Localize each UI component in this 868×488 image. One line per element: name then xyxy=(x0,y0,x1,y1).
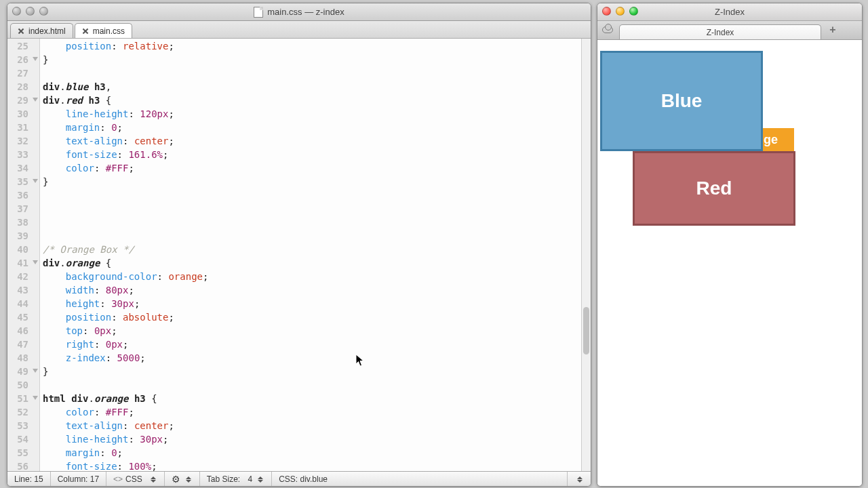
code-line[interactable] xyxy=(40,202,591,216)
code-line[interactable]: margin: 0; xyxy=(40,121,591,134)
close-icon[interactable] xyxy=(82,28,89,35)
line-number: 41 xyxy=(7,256,39,270)
minimize-window-icon[interactable] xyxy=(616,7,625,16)
browser-viewport: nge Red Blue xyxy=(597,40,862,486)
editor-traffic-lights xyxy=(12,7,48,16)
tab-main-css[interactable]: main.css xyxy=(75,23,132,38)
browser-window: Z-Index Z-Index + nge Red Blue xyxy=(597,3,863,487)
line-number: 44 xyxy=(7,297,39,310)
code-line[interactable]: margin: 0; xyxy=(40,446,591,460)
zoom-window-icon[interactable] xyxy=(39,7,48,16)
code-line[interactable] xyxy=(40,216,591,229)
editor-titlebar: main.css — z-index xyxy=(7,3,591,21)
new-tab-button[interactable]: + xyxy=(825,22,840,37)
minimize-window-icon[interactable] xyxy=(26,7,35,16)
line-number: 39 xyxy=(7,229,39,243)
code-line[interactable]: right: 0px; xyxy=(40,338,591,351)
code-line[interactable]: top: 0px; xyxy=(40,324,591,338)
line-number: 52 xyxy=(7,405,39,419)
line-number: 34 xyxy=(7,161,39,175)
code-line[interactable]: div.orange { xyxy=(40,256,591,270)
status-column[interactable]: Column: 17 xyxy=(51,472,106,486)
code-line[interactable]: position: absolute; xyxy=(40,310,591,324)
code-line[interactable]: width: 80px; xyxy=(40,283,591,297)
line-number: 55 xyxy=(7,446,39,460)
editor-tabbar: index.html main.css xyxy=(7,21,591,39)
line-number: 28 xyxy=(7,80,39,94)
line-number: 46 xyxy=(7,324,39,338)
code-line[interactable] xyxy=(40,378,591,392)
line-number: 37 xyxy=(7,202,39,216)
editor-statusbar: Line: 15 Column: 17 <> CSS ⚙ Tab Size: 4… xyxy=(7,471,591,486)
tab-index-html[interactable]: index.html xyxy=(10,23,73,38)
status-scope[interactable]: CSS: div.blue xyxy=(272,472,568,486)
code-line[interactable]: } xyxy=(40,365,591,378)
line-number: 43 xyxy=(7,283,39,297)
code-line[interactable]: color: #FFF; xyxy=(40,161,591,175)
editor-body: 2526272829303132333435363738394041424344… xyxy=(7,39,591,471)
browser-traffic-lights xyxy=(602,7,638,16)
close-icon[interactable] xyxy=(18,28,24,35)
line-number: 54 xyxy=(7,432,39,446)
zoom-window-icon[interactable] xyxy=(629,7,638,16)
code-line[interactable]: font-size: 100%; xyxy=(40,460,591,471)
line-number: 36 xyxy=(7,188,39,202)
line-number-gutter: 2526272829303132333435363738394041424344… xyxy=(7,39,40,471)
line-number: 45 xyxy=(7,310,39,324)
code-line[interactable]: text-align: center; xyxy=(40,134,591,148)
browser-tabstrip: Z-Index + xyxy=(597,21,862,40)
status-lang[interactable]: <> CSS xyxy=(106,472,165,486)
line-number: 29 xyxy=(7,94,39,107)
line-number: 27 xyxy=(7,66,39,80)
status-settings[interactable]: ⚙ xyxy=(165,472,200,486)
browser-tab-title: Z-Index xyxy=(707,28,734,37)
line-number: 51 xyxy=(7,392,39,405)
editor-scrollbar[interactable] xyxy=(581,39,591,471)
tab-label: main.css xyxy=(93,26,125,36)
line-number: 40 xyxy=(7,243,39,256)
code-line[interactable]: } xyxy=(40,53,591,66)
code-line[interactable]: /* Orange Box */ xyxy=(40,243,591,256)
line-number: 47 xyxy=(7,338,39,351)
line-number: 32 xyxy=(7,134,39,148)
status-line[interactable]: Line: 15 xyxy=(7,472,51,486)
code-line[interactable]: html div.orange h3 { xyxy=(40,392,591,405)
code-area[interactable]: position: relative;}div.blue h3,div.red … xyxy=(40,39,591,471)
browser-titlebar: Z-Index xyxy=(597,3,862,21)
code-line[interactable]: height: 30px; xyxy=(40,297,591,310)
code-line[interactable]: color: #FFF; xyxy=(40,405,591,419)
code-line[interactable]: position: relative; xyxy=(40,39,591,53)
scrollbar-thumb[interactable] xyxy=(583,307,589,354)
plus-icon: + xyxy=(829,24,835,36)
code-line[interactable]: } xyxy=(40,175,591,188)
code-line[interactable]: line-height: 120px; xyxy=(40,107,591,121)
line-number: 35 xyxy=(7,175,39,188)
code-line[interactable]: text-align: center; xyxy=(40,419,591,432)
line-number: 38 xyxy=(7,216,39,229)
code-line[interactable]: div.blue h3, xyxy=(40,80,591,94)
close-window-icon[interactable] xyxy=(12,7,21,16)
tab-label: index.html xyxy=(28,26,66,36)
tab-overview-button[interactable] xyxy=(844,22,859,37)
code-line[interactable] xyxy=(40,229,591,243)
line-number: 50 xyxy=(7,378,39,392)
code-line[interactable]: font-size: 161.6%; xyxy=(40,148,591,161)
code-line[interactable]: line-height: 30px; xyxy=(40,432,591,446)
status-end[interactable] xyxy=(568,472,591,486)
code-line[interactable]: background-color: orange; xyxy=(40,270,591,283)
line-number: 26 xyxy=(7,53,39,66)
line-number: 31 xyxy=(7,121,39,134)
document-icon xyxy=(254,7,263,18)
line-number: 30 xyxy=(7,107,39,121)
code-line[interactable] xyxy=(40,66,591,80)
close-window-icon[interactable] xyxy=(602,7,611,16)
editor-window: main.css — z-index index.html main.css 2… xyxy=(7,3,591,487)
sidebar-toggle-icon[interactable] xyxy=(600,22,615,37)
line-number: 48 xyxy=(7,351,39,365)
browser-tab[interactable]: Z-Index xyxy=(619,24,821,39)
line-number: 42 xyxy=(7,270,39,283)
status-tabsize[interactable]: Tab Size: 4 xyxy=(200,472,272,486)
code-line[interactable]: z-index: 5000; xyxy=(40,351,591,365)
code-line[interactable] xyxy=(40,188,591,202)
code-line[interactable]: div.red h3 { xyxy=(40,94,591,107)
